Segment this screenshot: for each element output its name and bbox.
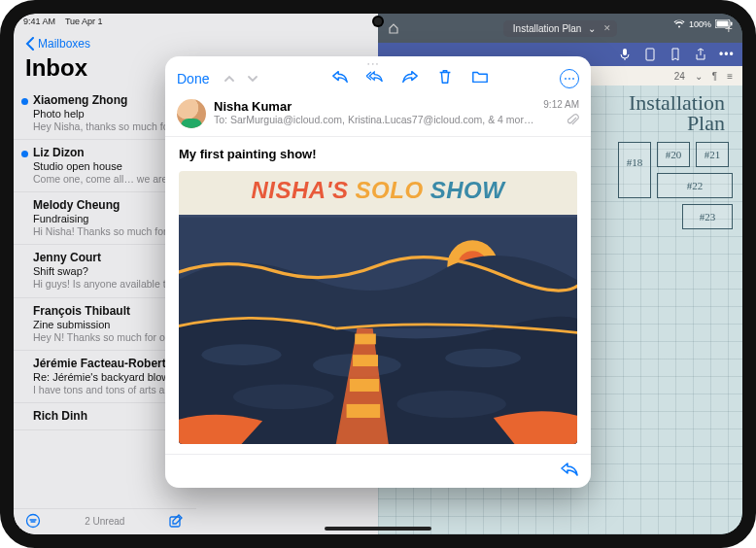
svg-point-10: [201, 344, 281, 365]
svg-rect-6: [646, 49, 654, 60]
svg-point-13: [233, 384, 334, 409]
svg-rect-16: [353, 355, 378, 366]
plan-box: #18: [618, 142, 651, 198]
sender-avatar[interactable]: [177, 99, 206, 128]
reply-all-icon[interactable]: [366, 68, 384, 89]
svg-point-3: [27, 515, 40, 528]
bookmark-icon[interactable]: [669, 48, 682, 61]
message-nav: [223, 72, 259, 86]
page-icon[interactable]: [643, 48, 657, 61]
share-icon[interactable]: [694, 48, 707, 61]
svg-rect-2: [731, 22, 733, 26]
front-camera: [374, 17, 382, 25]
chevron-left-icon: [25, 37, 34, 51]
more-icon[interactable]: •••: [719, 48, 733, 61]
plan-box: #20: [657, 142, 690, 167]
message-time: 9:12 AM: [543, 99, 579, 110]
forward-icon[interactable]: [401, 68, 419, 89]
plan-box: #21: [696, 142, 729, 167]
svg-rect-1: [717, 21, 729, 27]
mailboxes-back-button[interactable]: Mailboxes: [14, 33, 378, 51]
status-date: Tue Apr 1: [65, 17, 103, 26]
back-label: Mailboxes: [38, 37, 90, 51]
home-indicator[interactable]: [325, 527, 431, 531]
list-icon[interactable]: ≡: [727, 71, 733, 82]
attachment-icon[interactable]: [567, 114, 579, 127]
svg-rect-17: [350, 379, 379, 392]
chevron-down-icon[interactable]: [246, 72, 259, 86]
font-size-value[interactable]: 24: [674, 71, 685, 82]
email-sheet: ●●● Done: [165, 56, 591, 488]
caret-down-icon[interactable]: ⌄: [695, 71, 703, 82]
quick-reply-icon[interactable]: [560, 461, 579, 482]
svg-rect-18: [347, 404, 381, 418]
mic-icon[interactable]: [618, 48, 632, 61]
recipients-line[interactable]: To: SarMurguia@icloud.com, Kristina.Luca…: [214, 114, 535, 125]
status-left: 9:41 AM Tue Apr 1: [23, 17, 103, 31]
battery-icon: [715, 19, 733, 28]
unread-dot-icon: [21, 98, 28, 105]
battery-pct: 100%: [689, 19, 711, 29]
chevron-up-icon[interactable]: [223, 72, 236, 86]
svg-point-14: [396, 391, 505, 418]
compose-icon[interactable]: [168, 513, 184, 529]
sheet-footer: [165, 454, 591, 488]
status-right: 100%: [673, 17, 733, 31]
message-body[interactable]: My first painting show! NISHA'S SOLO SHO…: [165, 137, 591, 454]
svg-point-12: [445, 349, 521, 367]
sheet-actions: [331, 68, 489, 89]
more-actions-button[interactable]: ⋯: [560, 69, 579, 88]
sender-name[interactable]: Nisha Kumar: [214, 99, 535, 114]
message-header: Nisha Kumar To: SarMurguia@icloud.com, K…: [165, 95, 591, 137]
message-subject: My first painting show!: [179, 147, 577, 161]
move-folder-icon[interactable]: [471, 68, 489, 89]
plan-box: #23: [682, 204, 733, 229]
poster-illustration: [179, 171, 577, 444]
svg-rect-5: [623, 49, 627, 55]
inbox-footer: 2 Unread: [14, 508, 196, 534]
paragraph-icon[interactable]: ¶: [712, 71, 717, 82]
status-time: 9:41 AM: [23, 17, 55, 26]
ipad-frame: 9:41 AM Tue Apr 1 100% Mailboxes Inbox X…: [0, 0, 756, 548]
filter-icon[interactable]: [25, 513, 41, 529]
poster-image: NISHA'S SOLO SHOW: [179, 171, 577, 444]
unread-dot-icon: [21, 151, 28, 157]
screen: 9:41 AM Tue Apr 1 100% Mailboxes Inbox X…: [14, 14, 742, 534]
reply-icon[interactable]: [331, 68, 349, 89]
wifi-icon: [673, 19, 685, 28]
done-button[interactable]: Done: [177, 71, 209, 86]
unread-count: 2 Unread: [85, 516, 124, 527]
plan-box: #22: [657, 173, 733, 198]
trash-icon[interactable]: [436, 68, 454, 89]
sheet-grabber-icon[interactable]: ●●●: [367, 61, 389, 65]
svg-rect-15: [355, 334, 376, 345]
